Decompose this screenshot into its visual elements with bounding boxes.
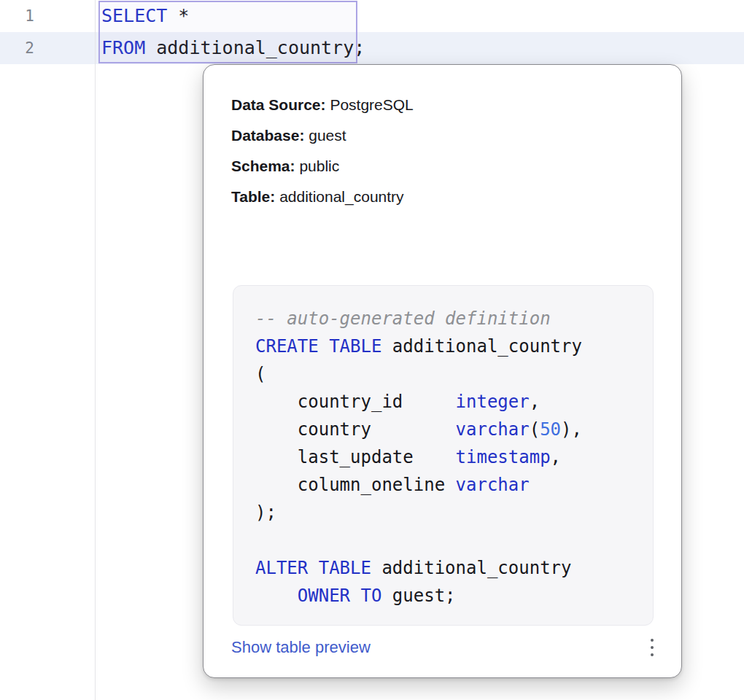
- code-token: [255, 530, 266, 551]
- info-label: Data Source:: [231, 96, 326, 113]
- table-info-line: Table: additional_country: [231, 182, 654, 212]
- code-token: CREATE TABLE: [255, 336, 381, 357]
- code-token: additional_country: [381, 336, 582, 357]
- ddl-line: ALTER TABLE additional_country: [255, 554, 653, 582]
- table-info-section: Data Source: PostgreSQLDatabase: guestSc…: [204, 65, 681, 212]
- app-window: 1SELECT *2FROM additional_country; Data …: [0, 0, 744, 700]
- ddl-code: -- auto-generated definitionCREATE TABLE…: [255, 305, 653, 610]
- line-number: 2: [0, 32, 34, 64]
- code-token: [255, 586, 298, 606]
- editor-lines: 1SELECT *2FROM additional_country;: [0, 0, 744, 64]
- code-token: SELECT: [101, 5, 167, 26]
- table-info-line: Schema: public: [231, 151, 654, 182]
- code-token: varchar: [456, 419, 530, 440]
- code-token: );: [255, 502, 276, 523]
- gutter-separator: [95, 0, 96, 700]
- ddl-line: (: [255, 360, 653, 388]
- ddl-line: last_update timestamp,: [255, 443, 653, 471]
- code-token: integer: [456, 392, 530, 412]
- code-token: (: [530, 419, 540, 440]
- ddl-line: [255, 526, 653, 554]
- code-line: FROM additional_country;: [101, 32, 365, 64]
- code-token: country_id: [255, 392, 456, 412]
- ddl-line: country_id integer,: [255, 388, 653, 416]
- table-documentation-popup: Data Source: PostgreSQLDatabase: guestSc…: [203, 64, 682, 678]
- code-token: ,: [530, 392, 540, 412]
- code-token: last_update: [255, 447, 456, 467]
- code-token: ,: [551, 447, 561, 467]
- ddl-line: -- auto-generated definition: [255, 305, 653, 332]
- kebab-menu-icon[interactable]: [648, 636, 656, 659]
- ddl-code-block: -- auto-generated definitionCREATE TABLE…: [233, 285, 654, 626]
- code-token: OWNER TO: [298, 586, 382, 606]
- info-label: Table:: [231, 188, 275, 205]
- ddl-line: column_oneline varchar: [255, 471, 653, 499]
- code-line: SELECT *: [101, 0, 189, 32]
- code-token: 50: [540, 419, 561, 440]
- code-token: country: [255, 419, 456, 440]
- ddl-line: CREATE TABLE additional_country: [255, 332, 653, 360]
- code-token: varchar: [456, 475, 530, 495]
- ddl-line: country varchar(50),: [255, 416, 653, 443]
- ddl-line: OWNER TO guest;: [255, 582, 653, 610]
- code-token: guest;: [381, 586, 455, 606]
- editor-line[interactable]: 1SELECT *: [0, 0, 744, 32]
- code-token: additional_country;: [145, 37, 365, 58]
- code-token: timestamp: [456, 447, 551, 467]
- code-token: additional_country: [371, 558, 572, 578]
- table-info-line: Database: guest: [231, 120, 654, 151]
- code-token: FROM: [101, 37, 145, 58]
- code-token: -- auto-generated definition: [255, 308, 551, 329]
- table-info-line: Data Source: PostgreSQL: [231, 90, 654, 120]
- code-token: column_oneline: [255, 475, 456, 495]
- line-number: 1: [0, 0, 34, 32]
- info-label: Schema:: [231, 158, 295, 174]
- code-token: *: [167, 5, 189, 26]
- code-token: ),: [561, 419, 582, 440]
- info-label: Database:: [231, 127, 304, 144]
- code-token: (: [255, 364, 266, 384]
- ddl-line: );: [255, 499, 653, 526]
- code-token: ALTER TABLE: [255, 558, 371, 578]
- editor-line[interactable]: 2FROM additional_country;: [0, 32, 744, 64]
- popup-footer: Show table preview: [204, 626, 681, 659]
- show-table-preview-link[interactable]: Show table preview: [231, 638, 371, 657]
